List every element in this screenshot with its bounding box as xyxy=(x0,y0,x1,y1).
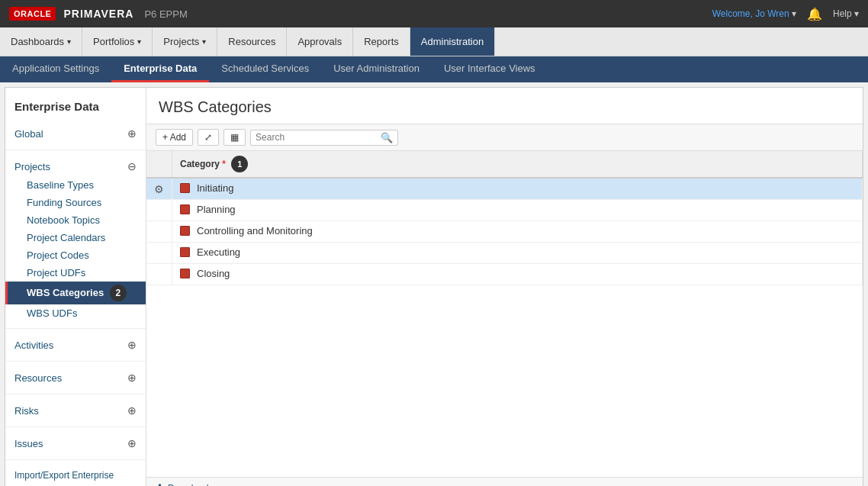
plus-icon: ⊕ xyxy=(127,339,137,351)
help-button[interactable]: Help ▾ xyxy=(833,8,859,19)
wbs-icon xyxy=(180,247,190,257)
sidebar: Enterprise Data Global ⊕ Projects ⊖ Base… xyxy=(5,88,146,486)
row-cell-executing[interactable]: Executing xyxy=(172,243,863,264)
sidebar-child-project-udfs[interactable]: Project UDFs xyxy=(5,264,146,282)
row-gear-cell[interactable] xyxy=(146,243,172,264)
col-gear xyxy=(146,151,172,178)
plus-icon: ⊕ xyxy=(127,437,137,449)
welcome-text[interactable]: Welcome, Jo Wren ▾ xyxy=(712,8,796,19)
nav-item-portfolios[interactable]: Portfolios ▾ xyxy=(82,27,153,56)
row-cell-closing[interactable]: Closing xyxy=(172,264,863,285)
chevron-down-icon: ▾ xyxy=(137,37,141,46)
expand-button[interactable]: ⤢ xyxy=(198,129,219,146)
row-cell-planning[interactable]: Planning xyxy=(172,200,863,221)
toolbar: + Add ⤢ ▦ 🔍 xyxy=(146,124,863,151)
table-area: Category * 1 ⚙ In xyxy=(146,151,863,477)
sidebar-child-wbs-categories[interactable]: WBS Categories 2 xyxy=(5,282,146,304)
badge-2: 2 xyxy=(110,285,127,301)
nav-item-resources[interactable]: Resources xyxy=(217,27,287,56)
row-cell-initiating[interactable]: Initiating xyxy=(172,178,863,200)
sidebar-section-activities: Activities ⊕ xyxy=(5,332,146,358)
subnav-scheduled-services[interactable]: Scheduled Services xyxy=(209,56,321,82)
primavera-title: PRIMAVERA xyxy=(63,8,133,20)
table-row[interactable]: Planning xyxy=(146,200,863,221)
content-area: WBS Categories + Add ⤢ ▦ 🔍 xyxy=(146,88,863,486)
search-icon: 🔍 xyxy=(381,132,393,143)
sidebar-item-issues[interactable]: Issues ⊕ xyxy=(5,433,146,453)
row-gear-cell[interactable]: ⚙ xyxy=(146,178,172,200)
sidebar-item-activities[interactable]: Activities ⊕ xyxy=(5,335,146,355)
required-asterisk: * xyxy=(222,159,226,169)
subnav-enterprise-data[interactable]: Enterprise Data xyxy=(111,56,209,82)
wbs-icon xyxy=(180,226,190,236)
sidebar-item-global[interactable]: Global ⊕ xyxy=(5,124,146,143)
sidebar-child-project-calendars[interactable]: Project Calendars xyxy=(5,229,146,246)
sidebar-section-risks: Risks ⊕ xyxy=(5,397,146,423)
nav-bar: Dashboards ▾ Portfolios ▾ Projects ▾ Res… xyxy=(0,27,868,56)
nav-item-projects[interactable]: Projects ▾ xyxy=(153,27,217,56)
sidebar-child-notebook-topics[interactable]: Notebook Topics xyxy=(5,211,146,229)
import-export-link[interactable]: Import/Export Enterprise xyxy=(14,470,114,481)
sidebar-section-global: Global ⊕ xyxy=(5,121,146,146)
row-cell-controlling[interactable]: Controlling and Monitoring xyxy=(172,221,863,243)
nav-item-reports[interactable]: Reports xyxy=(353,27,410,56)
row-gear-cell[interactable] xyxy=(146,200,172,221)
data-table: Category * 1 ⚙ In xyxy=(146,151,863,285)
sidebar-child-wbs-udfs[interactable]: WBS UDFs xyxy=(5,304,146,322)
sidebar-section-resources: Resources ⊕ xyxy=(5,365,146,391)
col-category: Category * 1 xyxy=(172,151,863,178)
chevron-down-icon: ▾ xyxy=(67,37,71,46)
content-title: WBS Categories xyxy=(146,88,863,124)
wbs-icon xyxy=(180,204,190,214)
row-gear-cell[interactable] xyxy=(146,221,172,243)
add-button[interactable]: + Add xyxy=(156,129,193,146)
table-row[interactable]: ⚙ Initiating xyxy=(146,178,863,200)
plus-icon: ⊕ xyxy=(127,127,137,140)
product-name: P6 EPPM xyxy=(144,8,187,20)
sidebar-child-baseline-types[interactable]: Baseline Types xyxy=(5,176,146,194)
download-button[interactable]: ⬇ Download xyxy=(156,482,208,486)
sidebar-child-funding-sources[interactable]: Funding Sources xyxy=(5,194,146,211)
sidebar-item-resources[interactable]: Resources ⊕ xyxy=(5,368,146,388)
oracle-logo: ORACLE xyxy=(9,7,56,21)
nav-item-approvals[interactable]: Approvals xyxy=(287,27,353,56)
subnav-application-settings[interactable]: Application Settings xyxy=(0,56,111,82)
sidebar-section-projects: Projects ⊖ Baseline Types Funding Source… xyxy=(5,153,146,325)
bell-icon[interactable]: 🔔 xyxy=(807,7,822,21)
top-bar: ORACLE PRIMAVERA P6 EPPM Welcome, Jo Wre… xyxy=(0,0,868,27)
sidebar-section-issues: Issues ⊕ xyxy=(5,430,146,456)
sidebar-item-projects[interactable]: Projects ⊖ xyxy=(5,156,146,176)
table-row[interactable]: Controlling and Monitoring xyxy=(146,221,863,243)
badge-1: 1 xyxy=(231,156,248,172)
grid-button[interactable]: ▦ xyxy=(223,129,246,146)
chevron-down-icon: ▾ xyxy=(202,37,206,46)
wbs-icon xyxy=(180,183,190,193)
sidebar-title: Enterprise Data xyxy=(5,95,146,121)
nav-item-dashboards[interactable]: Dashboards ▾ xyxy=(0,27,82,56)
top-bar-right: Welcome, Jo Wren ▾ 🔔 Help ▾ xyxy=(712,7,859,21)
gear-icon[interactable]: ⚙ xyxy=(154,183,164,195)
table-row[interactable]: Closing xyxy=(146,264,863,285)
wbs-icon xyxy=(180,269,190,278)
top-bar-left: ORACLE PRIMAVERA P6 EPPM xyxy=(9,7,188,21)
plus-icon: ⊕ xyxy=(127,372,137,384)
subnav-user-interface-views[interactable]: User Interface Views xyxy=(432,56,548,82)
nav-item-administration[interactable]: Administration xyxy=(410,27,495,56)
row-gear-cell[interactable] xyxy=(146,264,172,285)
sidebar-child-project-codes[interactable]: Project Codes xyxy=(5,246,146,264)
expand-icon: ⤢ xyxy=(204,132,212,143)
bottom-bar: ⬇ Download xyxy=(146,477,863,486)
sub-nav-bar: Application Settings Enterprise Data Sch… xyxy=(0,56,868,82)
main-wrapper: Enterprise Data Global ⊕ Projects ⊖ Base… xyxy=(5,87,863,486)
download-icon: ⬇ xyxy=(156,482,164,486)
grid-icon: ▦ xyxy=(230,132,239,143)
minus-icon: ⊖ xyxy=(127,160,137,172)
search-input[interactable] xyxy=(256,132,378,143)
table-row[interactable]: Executing xyxy=(146,243,863,264)
search-box: 🔍 xyxy=(250,130,398,146)
sidebar-item-risks[interactable]: Risks ⊕ xyxy=(5,401,146,420)
plus-icon: ⊕ xyxy=(127,404,137,417)
subnav-user-administration[interactable]: User Administration xyxy=(321,56,432,82)
